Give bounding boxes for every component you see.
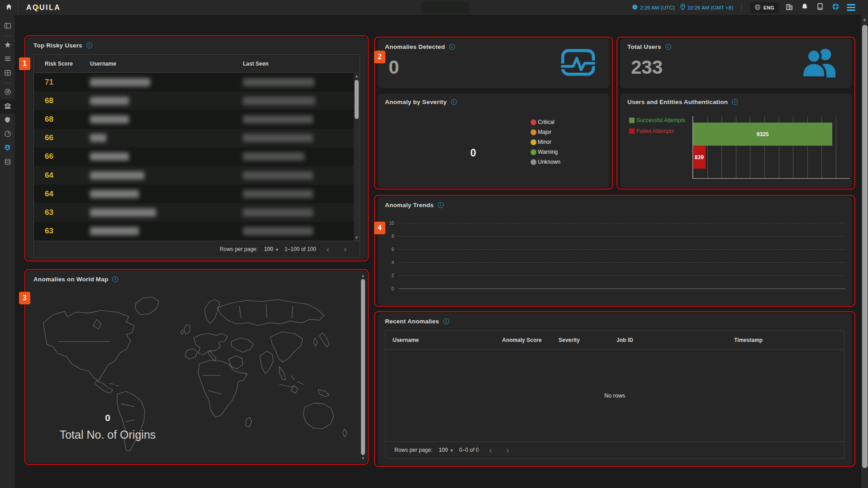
local-time: 10:26 AM (GMT +8) [680, 4, 733, 11]
divider [3, 36, 13, 36]
annotation-badge-2: 2 [374, 51, 385, 63]
annotation-badge-1: 1 [19, 57, 30, 70]
sidebar-item-data[interactable] [0, 156, 15, 170]
menu-icon [847, 4, 855, 11]
annotation-box-2 [374, 37, 613, 190]
star-icon [4, 41, 11, 50]
grid-icon [4, 69, 11, 78]
sidebar-item-monitoring[interactable] [0, 128, 15, 142]
utc-time: 2:26 AM (UTC) [632, 4, 675, 11]
organization-button[interactable] [784, 3, 794, 13]
menu-button[interactable] [846, 3, 856, 12]
location-pin-icon [680, 4, 685, 11]
language-selector[interactable]: ENG [750, 2, 779, 13]
sidebar-item-security[interactable] [0, 114, 15, 128]
divider [3, 83, 13, 83]
clock-icon [632, 4, 638, 11]
brand-logo: AQUILA [26, 4, 61, 12]
page-scrollbar[interactable]: ▲ [861, 15, 868, 488]
annotation-box-right [617, 37, 855, 190]
annotation-box-recent [374, 311, 855, 467]
database-icon [4, 158, 11, 167]
topbar-right: 2:26 AM (UTC) 10:26 AM (GMT +8) ENG [632, 2, 868, 13]
home-icon [5, 4, 12, 12]
dashboard-root: AQUILA 2:26 AM (UTC) 10:26 AM (GMT +8) [0, 0, 868, 488]
sidebar-item-institution[interactable] [0, 99, 15, 114]
building-icon [786, 3, 793, 12]
sidebar-item-dashboard[interactable] [0, 66, 15, 81]
annotation-box-4 [374, 195, 855, 307]
annotation-badge-3: 3 [19, 292, 30, 304]
panels-icon [4, 22, 11, 31]
annotation-box-1 [24, 35, 369, 261]
sidebar-item-detections[interactable] [0, 85, 15, 99]
scroll-up-icon[interactable]: ▲ [862, 16, 868, 22]
shield-icon [4, 116, 11, 125]
list-icon [4, 55, 11, 64]
redacted-topbar-item [422, 2, 469, 13]
sidebar-item-panels[interactable] [0, 19, 15, 33]
handbook-icon [817, 3, 823, 12]
compass-icon [832, 3, 840, 12]
divider [741, 3, 742, 13]
annotation-badge-4: 4 [374, 222, 385, 234]
notifications-button[interactable] [800, 3, 810, 13]
sidebar-item-identity-active[interactable] [0, 142, 15, 156]
user-shield-icon [4, 144, 11, 153]
bell-icon [802, 3, 808, 12]
scrollbar-thumb[interactable] [862, 25, 868, 468]
sidebar [0, 15, 15, 488]
radar-icon [4, 88, 11, 97]
globe-icon [754, 4, 761, 11]
bank-icon [4, 102, 11, 111]
home-button[interactable] [0, 0, 18, 15]
handbook-button[interactable] [815, 3, 825, 13]
support-button[interactable] [830, 3, 840, 13]
topbar: AQUILA 2:26 AM (UTC) 10:26 AM (GMT +8) [0, 0, 868, 15]
language-label: ENG [764, 5, 774, 10]
sidebar-item-favorites[interactable] [0, 38, 15, 52]
gauge-icon [4, 130, 11, 139]
sidebar-item-list[interactable] [0, 52, 15, 66]
annotation-box-3 [24, 269, 369, 465]
